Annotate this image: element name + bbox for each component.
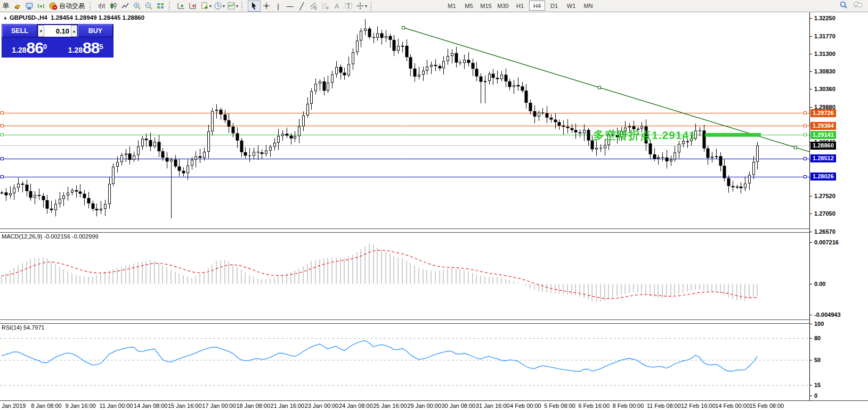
community-icon[interactable]: [23, 1, 35, 11]
line-chart-type-icon[interactable]: [119, 1, 131, 11]
chat-icon[interactable]: [853, 1, 863, 11]
partial-toolbar-button[interactable]: 单: [0, 1, 12, 11]
fibonacci-tool-icon[interactable]: F: [319, 1, 331, 11]
timeframe-button-h4[interactable]: H4: [529, 1, 545, 11]
chart-annotation-text: 多空转折点1.29141: [593, 128, 696, 143]
main-chart-canvas[interactable]: [0, 12, 809, 228]
time-axis[interactable]: 7 Jan 20198 Jan 08:009 Jan 16:0011 Jan 0…: [0, 401, 868, 410]
signal-icon[interactable]: [35, 1, 47, 11]
date-label: 4 Feb 00:00: [510, 403, 541, 409]
sell-price-base: 1.28: [12, 45, 26, 55]
autotrading-button[interactable]: 自动交易: [47, 1, 87, 11]
macd-panel-canvas[interactable]: [0, 232, 809, 319]
bar-chart-type-icon[interactable]: [96, 1, 108, 11]
timeframe-button-mn[interactable]: MN: [580, 1, 596, 11]
svg-text:F: F: [327, 6, 329, 10]
rsi-panel-canvas[interactable]: [0, 323, 809, 400]
new-order-dropdown-caret[interactable]: ▾: [209, 4, 212, 9]
symbol-ohlc: 1.28454 1.28949 1.28445 1.28860: [51, 14, 144, 21]
timeframe-button-h1[interactable]: H1: [512, 1, 528, 11]
rsi-tick-label: 50: [810, 356, 821, 364]
price-tick-label: 1.32250: [810, 14, 835, 22]
date-label: 17 Jan 00:00: [202, 403, 236, 409]
chart-shift-icon[interactable]: [187, 1, 199, 11]
macd-tick-label: -0.004943: [810, 311, 841, 318]
symbol-name: GBPUSD-,H4: [10, 14, 47, 21]
indicators-icon[interactable]: [225, 1, 237, 11]
date-label: 18 Jan 08:00: [236, 403, 270, 409]
buy-price-display[interactable]: 1.28885: [59, 38, 113, 57]
zoom-out-icon[interactable]: [143, 1, 155, 11]
candlestick-chart-type-icon[interactable]: [108, 1, 119, 11]
periods-clock-icon[interactable]: [212, 1, 224, 11]
lot-increase-button[interactable]: ▲: [71, 25, 77, 37]
lot-size-input[interactable]: [44, 25, 71, 37]
date-label: 12 Feb 16:00: [681, 403, 716, 409]
price-tick-label: 1.27050: [810, 210, 835, 217]
channel-tool-icon[interactable]: E: [307, 1, 319, 11]
symbol-title: ▲GBPUSD-,H4 1.28454 1.28949 1.28445 1.28…: [3, 14, 144, 21]
lot-decrease-button[interactable]: ▼: [38, 25, 44, 37]
price-line-label: 1.29726: [810, 109, 836, 117]
price-tick-label: 1.31770: [810, 32, 835, 40]
price-line-label: 1.28026: [810, 173, 836, 181]
timeframe-button-m5[interactable]: M5: [461, 1, 477, 11]
auto-scroll-icon[interactable]: [175, 1, 187, 11]
vertical-line-tool-icon[interactable]: |: [272, 1, 284, 11]
toolbar-grip: [169, 2, 174, 10]
indicators-dropdown-caret[interactable]: ▾: [236, 4, 238, 9]
buy-price-big: 88: [83, 40, 99, 55]
timeframe-button-w1[interactable]: W1: [563, 1, 579, 11]
panel-separator[interactable]: [0, 228, 868, 233]
date-label: 8 Feb 00:00: [613, 403, 644, 409]
gold-icon[interactable]: [12, 1, 23, 11]
shapes-dropdown-caret[interactable]: ▾: [365, 4, 367, 9]
horizontal-line-tool-icon[interactable]: —: [284, 1, 296, 11]
autotrading-label: 自动交易: [59, 2, 85, 11]
timeframe-button-m1[interactable]: M1: [444, 1, 460, 11]
trendline-tool-icon[interactable]: ╱: [296, 1, 307, 11]
price-tick-label: 1.30830: [810, 68, 835, 75]
date-label: 14 Feb 00:00: [715, 403, 750, 409]
date-label: 8 Jan 08:00: [31, 403, 62, 409]
new-order-icon[interactable]: [199, 1, 210, 11]
date-label: 5 Feb 08:00: [544, 403, 575, 409]
mt4-window: { "toolbar": { "partial_button": "单", "a…: [0, 0, 868, 410]
date-label: 21 Jan 16:00: [271, 403, 305, 409]
date-label: 7 Jan 2019: [0, 403, 26, 409]
timeframe-button-m15[interactable]: M15: [478, 1, 494, 11]
date-label: 11 Jan 00:00: [100, 403, 133, 409]
buy-price-base: 1.28: [68, 45, 83, 55]
date-label: 15 Jan 16:00: [168, 403, 202, 409]
panel-separator[interactable]: [0, 319, 868, 324]
sell-button[interactable]: SELL: [2, 24, 37, 37]
crosshair-tool-icon[interactable]: [261, 1, 272, 11]
text-tool-icon[interactable]: A: [331, 1, 343, 11]
tile-windows-icon[interactable]: [155, 1, 166, 11]
date-label: 25 Jan 16:00: [373, 403, 407, 409]
price-tick-label: 1.26570: [810, 228, 835, 235]
zoom-in-icon[interactable]: [131, 1, 143, 11]
price-line-label: 1.29384: [810, 122, 836, 130]
cursor-tool-icon[interactable]: [248, 1, 261, 12]
shapes-tool-icon[interactable]: [354, 1, 366, 11]
date-label: 24 Jan 08:00: [339, 403, 373, 409]
search-icon[interactable]: [839, 1, 848, 11]
svg-text:T: T: [347, 3, 350, 9]
one-click-trading-panel: SELL ▼ ▲ BUY 1.28860 1.28885: [2, 24, 113, 58]
date-label: 31 Jan 16:00: [476, 403, 510, 409]
text-label-tool-icon[interactable]: T: [343, 1, 354, 11]
sell-price-display[interactable]: 1.28860: [2, 38, 57, 57]
toolbar: 单 自动交易: [0, 0, 868, 12]
timeframe-button-m30[interactable]: M30: [495, 1, 511, 11]
rsi-indicator-label: RSI(14) 54.7971: [2, 324, 45, 331]
periods-dropdown-caret[interactable]: ▾: [223, 4, 225, 9]
timeframe-button-d1[interactable]: D1: [546, 1, 562, 11]
buy-button[interactable]: BUY: [78, 24, 113, 37]
collapse-triangle-icon[interactable]: ▲: [3, 15, 7, 20]
date-label: 6 Feb 16:00: [578, 403, 610, 409]
buy-price-pip: 5: [99, 39, 103, 55]
price-tick-label: 1.31300: [810, 50, 835, 58]
price-line-label: 1.28860: [810, 142, 836, 150]
price-axis[interactable]: 1.322501.317701.313001.308301.303601.298…: [809, 12, 868, 400]
